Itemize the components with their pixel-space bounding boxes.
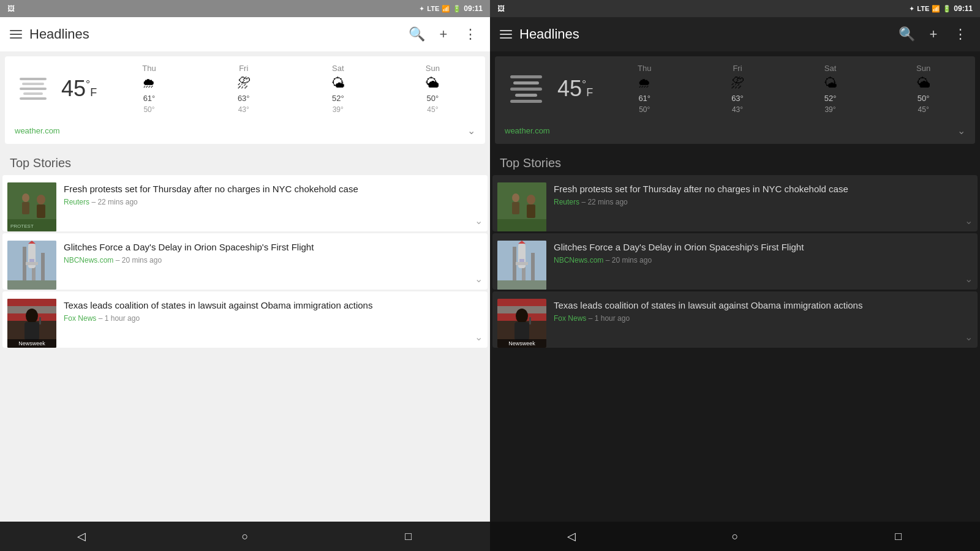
- menu-button-light[interactable]: [10, 30, 22, 39]
- news-item-protest-light[interactable]: PROTEST Fresh protests set for Thursday …: [2, 175, 488, 231]
- svg-rect-44: [529, 317, 531, 324]
- forecast-sun-low-light: 45°: [427, 105, 438, 114]
- news-source-protest-dark: Reuters: [554, 198, 579, 206]
- news-expand-orion-dark[interactable]: ⌄: [965, 273, 973, 285]
- chevron-orion-light: ⌄: [475, 274, 483, 284]
- svg-rect-22: [39, 317, 41, 324]
- nav-back-light[interactable]: ◁: [70, 525, 92, 547]
- svg-rect-10: [41, 253, 45, 280]
- app-title-light: Headlines: [29, 26, 399, 42]
- svg-rect-27: [527, 204, 535, 218]
- forecast-fri-icon-dark: ⛈: [731, 75, 744, 91]
- news-source-protest-light: Reuters: [64, 198, 89, 206]
- weather-source-light: weather.com: [15, 126, 60, 135]
- news-expand-texas-light[interactable]: ⌄: [475, 331, 483, 343]
- thumb-protest-light: PROTEST: [7, 182, 56, 231]
- dark-phone: 🖼 ✦ LTE 📶 🔋 09:11 Headlines 🔍 + ⋮: [490, 0, 980, 551]
- news-item-protest-dark[interactable]: Fresh protests set for Thursday after no…: [492, 175, 978, 231]
- forecast-sun-high-light: 50°: [427, 94, 439, 103]
- protest-svg-dark: [497, 182, 546, 231]
- nav-recents-light[interactable]: □: [398, 525, 420, 547]
- news-title-texas-light: Texas leads coalition of states in lawsu…: [64, 299, 478, 312]
- forecast-sat-high-light: 52°: [332, 94, 344, 103]
- thumb-orion-light: [7, 241, 56, 290]
- svg-rect-25: [512, 202, 519, 214]
- forecast-sun-low-dark: 45°: [918, 105, 929, 114]
- forecast-light: Thu 🌧 61° 50° Fri ⛈ 63° 43°: [107, 64, 475, 114]
- search-button-dark[interactable]: 🔍: [897, 24, 916, 44]
- forecast-sat-low-dark: 39°: [824, 105, 835, 114]
- weather-expand-dark[interactable]: ⌄: [957, 125, 965, 137]
- news-item-texas-light[interactable]: Newsweek Texas leads coalition of states…: [2, 291, 488, 348]
- svg-point-20: [26, 309, 38, 323]
- thumb-protest-dark: [497, 182, 546, 231]
- weather-expand-light[interactable]: ⌄: [467, 125, 475, 137]
- scroll-light[interactable]: 45°F Thu 🌧 61° 50°: [0, 51, 490, 522]
- rocket-svg-light: [7, 241, 56, 290]
- news-list-dark: Fresh protests set for Thursday after no…: [490, 175, 980, 349]
- nav-bar-dark: ◁ ○ □: [490, 522, 980, 551]
- forecast-fri-low-dark: 43°: [732, 105, 743, 114]
- temp-display-dark: 45°F: [557, 76, 593, 102]
- news-expand-protest-dark[interactable]: ⌄: [965, 215, 973, 227]
- forecast-sun-dark: Sun 🌥 50° 45°: [916, 64, 930, 114]
- toolbar-dark: Headlines 🔍 + ⋮: [490, 17, 980, 51]
- forecast-sat-high-dark: 52°: [824, 94, 837, 103]
- forecast-fri-label-light: Fri: [239, 64, 248, 73]
- svg-text:PROTEST: PROTEST: [10, 223, 34, 229]
- news-body-protest-dark: Fresh protests set for Thursday after no…: [546, 182, 973, 231]
- svg-rect-39: [497, 299, 546, 306]
- more-button-light[interactable]: ⋮: [461, 24, 480, 44]
- svg-rect-15: [7, 280, 56, 290]
- news-meta-protest-light: Reuters – 22 mins ago: [64, 198, 478, 206]
- news-item-orion-light[interactable]: Glitches Force a Day's Delay in Orion Sp…: [2, 233, 488, 290]
- add-button-dark[interactable]: +: [924, 24, 943, 44]
- news-source-orion-light: NBCNews.com: [64, 256, 113, 264]
- battery-icon: 🔋: [453, 5, 461, 13]
- menu-button-dark[interactable]: [500, 30, 512, 39]
- news-source-orion-dark: NBCNews.com: [554, 256, 603, 264]
- image-icon: 🖼: [7, 4, 15, 13]
- news-title-protest-light: Fresh protests set for Thursday after no…: [64, 182, 478, 195]
- forecast-thu-label-dark: Thu: [638, 64, 651, 73]
- svg-point-1: [22, 193, 29, 202]
- add-button-light[interactable]: +: [434, 24, 453, 44]
- forecast-thu-label-light: Thu: [142, 64, 156, 73]
- search-button-light[interactable]: 🔍: [407, 24, 426, 44]
- chevron-texas-dark: ⌄: [965, 332, 973, 342]
- thumb-label-texas-dark: Newsweek: [497, 339, 546, 348]
- news-sep-protest-light: – 22 mins ago: [91, 198, 137, 206]
- news-expand-texas-dark[interactable]: ⌄: [965, 331, 973, 343]
- nav-back-dark[interactable]: ◁: [560, 525, 582, 547]
- forecast-fri-high-dark: 63°: [731, 94, 744, 103]
- top-stories-title-light: Top Stories: [0, 149, 490, 175]
- chevron-protest-dark: ⌄: [965, 216, 973, 226]
- news-sep-texas-light: – 1 hour ago: [99, 314, 140, 323]
- forecast-thu-low-light: 50°: [143, 105, 154, 114]
- news-item-texas-dark[interactable]: Newsweek Texas leads coalition of states…: [492, 291, 978, 348]
- news-expand-protest-light[interactable]: ⌄: [475, 215, 483, 227]
- weather-footer-dark: weather.com ⌄: [505, 120, 965, 137]
- weather-main-light: 45°F Thu 🌧 61° 50°: [15, 64, 475, 114]
- news-body-orion-dark: Glitches Force a Day's Delay in Orion Sp…: [546, 241, 973, 290]
- nav-recents-dark[interactable]: □: [888, 525, 910, 547]
- forecast-sat-dark: Sat 🌤 52° 39°: [824, 64, 837, 114]
- svg-rect-17: [7, 299, 56, 306]
- forecast-sat-icon-light: 🌤: [331, 75, 345, 91]
- svg-rect-43: [514, 322, 529, 340]
- news-expand-orion-light[interactable]: ⌄: [475, 273, 483, 285]
- fog-weather-icon-light: [15, 78, 51, 100]
- app-dark: Headlines 🔍 + ⋮: [490, 17, 980, 551]
- image-icon-dark: 🖼: [497, 4, 505, 13]
- news-meta-texas-light: Fox News – 1 hour ago: [64, 314, 478, 323]
- light-phone: 🖼 ✦ LTE 📶 🔋 09:11 Headlines 🔍 + ⋮: [0, 0, 490, 551]
- scroll-dark[interactable]: 45°F Thu 🌧 61° 50° Fri ⛈: [490, 51, 980, 522]
- more-button-dark[interactable]: ⋮: [951, 24, 970, 44]
- news-item-orion-dark[interactable]: Glitches Force a Day's Delay in Orion Sp…: [492, 233, 978, 290]
- nav-home-light[interactable]: ○: [234, 525, 256, 547]
- rocket-svg-dark: [497, 241, 546, 290]
- svg-rect-28: [497, 219, 546, 231]
- nav-home-dark[interactable]: ○: [724, 525, 746, 547]
- news-title-protest-dark: Fresh protests set for Thursday after no…: [554, 182, 968, 195]
- nav-bar-light: ◁ ○ □: [0, 522, 490, 551]
